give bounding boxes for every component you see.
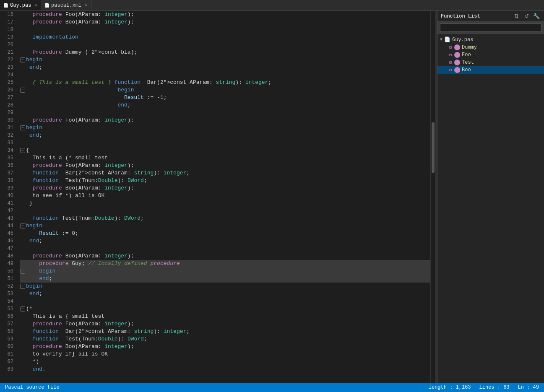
search-input[interactable]: [440, 23, 541, 32]
fold-button[interactable]: −: [20, 148, 25, 153]
fold-button[interactable]: −: [20, 88, 25, 93]
line-number: 22: [2, 56, 13, 64]
line-number: 39: [2, 184, 13, 192]
function-list-item[interactable]: ⊟Test: [437, 59, 544, 66]
fold-button[interactable]: −: [20, 284, 25, 289]
fold-button[interactable]: −: [20, 269, 25, 274]
line-number: 33: [2, 139, 13, 147]
line-number: 50: [2, 267, 13, 275]
code-line: procedure Boo(AParam: integer);: [20, 18, 430, 26]
fold-button[interactable]: −: [20, 57, 25, 62]
code-line: [20, 26, 430, 34]
tab-guy-pas[interactable]: 📄 Guy.pas ✕: [0, 0, 41, 10]
code-line: procedure Foo(AParam: integer);: [20, 320, 430, 328]
line-number: 18: [2, 26, 13, 34]
status-length: length : 1,163: [429, 384, 471, 390]
sort-button[interactable]: ⇅: [512, 12, 521, 21]
function-item-icon: [454, 60, 460, 65]
line-number: 21: [2, 49, 13, 56]
code-line: end.: [20, 366, 430, 373]
line-number: 46: [2, 237, 13, 245]
code-line: [20, 207, 430, 215]
code-line: [20, 109, 430, 117]
code-line: Result := 0;: [20, 230, 430, 237]
code-content: procedure Foo(AParam: integer); procedur…: [17, 11, 430, 383]
line-number: 32: [2, 132, 13, 139]
fold-button[interactable]: −: [20, 306, 25, 312]
tree-item-dash-icon: ⊟: [449, 60, 452, 65]
code-line: Implementation: [20, 34, 430, 41]
line-number: 61: [2, 350, 13, 358]
line-number: 45: [2, 230, 13, 237]
fold-button[interactable]: −: [20, 223, 25, 228]
line-number: 29: [2, 109, 13, 117]
code-line: function Test(Tnum:Double): DWord;: [20, 177, 430, 184]
line-number: 51: [2, 275, 13, 283]
code-line: [20, 298, 430, 305]
line-number: 31: [2, 124, 13, 132]
line-number: 55: [2, 305, 13, 313]
line-number: 54: [2, 298, 13, 305]
line-number: 59: [2, 335, 13, 343]
line-number: 17: [2, 18, 13, 26]
status-right: length : 1,163 lines : 63 Ln : 49: [429, 384, 539, 390]
line-number: 23: [2, 64, 13, 71]
code-line: Procedure Dummy ( 2">const bla);: [20, 49, 430, 56]
function-item-icon: [454, 67, 460, 73]
code-line: end;: [20, 64, 430, 71]
code-line: end;: [20, 290, 430, 298]
code-line: −begin: [20, 124, 430, 132]
code-line: function Test(Tnum:Double): DWord;: [20, 215, 430, 222]
line-number: 56: [2, 313, 13, 320]
fold-button[interactable]: −: [20, 125, 25, 130]
panel-header: Function List ⇅ ↺ 🔧: [437, 11, 544, 22]
panel-title: Function List: [441, 13, 480, 19]
code-line: − begin: [20, 267, 430, 275]
scrollbar-thumb[interactable]: [432, 122, 435, 173]
main-area: 1617181920212223242526272829303132333435…: [0, 11, 544, 383]
function-item-label: Boo: [462, 67, 471, 73]
status-file-type: Pascal source file: [5, 384, 60, 390]
tree-file-node[interactable]: ▼ 📄 Guy.pas: [437, 36, 544, 44]
tab-close-button[interactable]: ✕: [34, 3, 37, 8]
options-button[interactable]: 🔧: [532, 12, 541, 21]
editor-scrollbar[interactable]: [430, 11, 435, 383]
function-item-icon: [454, 44, 460, 50]
code-line: procedure Foo(AParam: integer);: [20, 11, 430, 18]
code-line: [20, 71, 430, 79]
function-list-panel: Function List ⇅ ↺ 🔧 ▼ 📄 Guy.pas ⊟Dummy⊟F…: [437, 11, 544, 383]
code-line: [20, 41, 430, 49]
line-number: 63: [2, 366, 13, 373]
code-line: end;: [20, 275, 430, 283]
tab-pascal-xml[interactable]: 📄 pascal.xml ✕: [41, 0, 91, 10]
code-line: −{: [20, 147, 430, 154]
code-line: This is a { small test: [20, 313, 430, 320]
line-number: 28: [2, 101, 13, 109]
code-editor[interactable]: 1617181920212223242526272829303132333435…: [0, 11, 435, 383]
function-list-item[interactable]: ⊟Dummy: [437, 44, 544, 51]
line-number: 52: [2, 283, 13, 290]
code-line: }: [20, 200, 430, 207]
refresh-button[interactable]: ↺: [522, 12, 531, 21]
function-list-item[interactable]: ⊟Boo: [437, 66, 544, 74]
tab-close-button-2[interactable]: ✕: [85, 3, 88, 8]
tab-bar: 📄 Guy.pas ✕ 📄 pascal.xml ✕: [0, 0, 544, 11]
code-line: [20, 139, 430, 147]
line-number: 53: [2, 290, 13, 298]
line-number: 35: [2, 154, 13, 162]
code-line: procedure Foo(AParam: integer);: [20, 162, 430, 169]
line-number: 40: [2, 192, 13, 200]
tree-item-dash-icon: ⊟: [449, 52, 452, 57]
code-line: This is a (* small test: [20, 154, 430, 162]
tree-item-dash-icon: ⊟: [449, 45, 452, 50]
function-item-label: Test: [462, 60, 474, 65]
function-list-item[interactable]: ⊟Foo: [437, 51, 544, 59]
code-line: −(*: [20, 305, 430, 313]
line-number: 34: [2, 147, 13, 154]
status-cursor: Ln : 49: [518, 384, 539, 390]
code-line: end;: [20, 101, 430, 109]
code-line: − begin: [20, 86, 430, 94]
tree-item-dash-icon: ⊟: [449, 67, 452, 73]
function-item-label: Dummy: [462, 44, 477, 50]
code-line: end;: [20, 132, 430, 139]
